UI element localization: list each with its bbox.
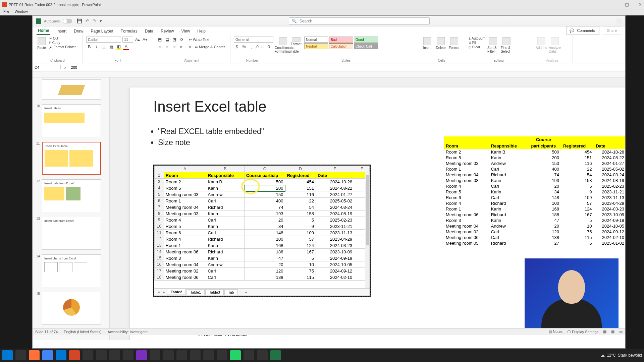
indent-dec-icon[interactable]: ⇤: [179, 44, 185, 50]
taskbar-app[interactable]: [203, 350, 214, 360]
taskbar[interactable]: ☁ 12°C Stark bewölkt: [0, 349, 644, 362]
style-good[interactable]: Good: [354, 37, 378, 43]
orientation-icon[interactable]: ⟳: [179, 37, 185, 43]
taskbar-app[interactable]: [244, 350, 254, 360]
shrink-font-icon[interactable]: A▾: [142, 37, 148, 43]
font-size-combo[interactable]: 11: [122, 37, 133, 43]
tab-home[interactable]: Home: [37, 27, 50, 35]
font-name-combo[interactable]: Calibri: [86, 37, 121, 43]
accessibility-status[interactable]: Accessibility: Investigate: [108, 330, 148, 334]
language-status[interactable]: English (United States): [64, 330, 102, 334]
sheet-nav-next[interactable]: ▸: [162, 290, 166, 294]
tab-review[interactable]: Review: [159, 27, 175, 35]
taskbar-app[interactable]: [123, 350, 133, 360]
menu-file[interactable]: File: [3, 9, 9, 15]
taskbar-app[interactable]: [42, 350, 53, 360]
weather-widget[interactable]: ☁ 12°C Stark bewölkt: [601, 353, 642, 358]
start-button[interactable]: [2, 350, 13, 360]
sheet-tabs[interactable]: ◂ ▸ Table2 Table1 Table3 Tab ⋯ +: [154, 288, 370, 296]
sheet-tab[interactable]: Tab: [224, 289, 238, 295]
style-calculation[interactable]: Calculation: [329, 43, 353, 49]
share-button[interactable]: Share: [603, 26, 621, 35]
fill-color-button[interactable]: ◧: [116, 44, 122, 50]
merge-button[interactable]: ⬌ Merge & Center: [195, 45, 225, 49]
style-bad[interactable]: Bad: [329, 37, 353, 43]
clear-button[interactable]: ◇ Clear: [469, 45, 485, 49]
analyze-data-button[interactable]: Analyze Data: [549, 37, 560, 53]
currency-icon[interactable]: $: [234, 44, 240, 50]
sheet-tab[interactable]: Table3: [205, 289, 223, 295]
slide-canvas[interactable]: Insert Excel table "Real EXCEL table emb…: [110, 77, 625, 340]
undo-icon[interactable]: ↶: [86, 18, 89, 23]
delete-cells-button[interactable]: Delete: [435, 37, 446, 53]
align-top-icon[interactable]: ⬒: [157, 37, 163, 43]
format-as-table-button[interactable]: Format as Table: [291, 37, 302, 53]
tab-help[interactable]: Help: [196, 27, 207, 35]
copy-button[interactable]: ⎘ Copy: [49, 41, 76, 45]
tab-data[interactable]: Data: [144, 27, 155, 35]
style-normal[interactable]: Normal: [304, 37, 328, 43]
taskbar-app[interactable]: [15, 350, 26, 360]
taskbar-app[interactable]: [150, 350, 160, 360]
view-reading-icon[interactable]: ▭: [619, 329, 623, 334]
comma-icon[interactable]: ,: [249, 44, 255, 50]
align-right-icon[interactable]: ≡: [171, 44, 177, 50]
redo-icon[interactable]: ↷: [93, 18, 96, 23]
display-settings-button[interactable]: 🖵 Display Settings: [567, 330, 598, 334]
sort-filter-button[interactable]: Sort & Filter: [487, 37, 499, 53]
percent-icon[interactable]: %: [241, 44, 247, 50]
comments-button[interactable]: 💬 Comments: [567, 26, 599, 35]
taskbar-app[interactable]: [163, 350, 174, 360]
sheet-tab[interactable]: Table2: [167, 289, 186, 295]
fx-icon[interactable]: fx: [61, 65, 69, 69]
taskbar-app[interactable]: [136, 350, 147, 360]
taskbar-powerpoint[interactable]: [69, 350, 80, 360]
font-color-button[interactable]: A: [123, 44, 129, 50]
taskbar-app[interactable]: [230, 350, 241, 360]
taskbar-excel[interactable]: [270, 350, 281, 360]
find-select-button[interactable]: Find & Select: [501, 37, 512, 53]
view-sorter-icon[interactable]: ▦: [611, 329, 614, 334]
cut-button[interactable]: ✂ Cut: [49, 37, 76, 40]
indent-inc-icon[interactable]: ⇥: [186, 44, 192, 50]
name-box[interactable]: C4: [33, 65, 61, 69]
fill-button[interactable]: ⬇ Fill: [469, 41, 485, 45]
embedded-excel-object[interactable]: ABCDEF2RoomResponsibleCourse participReg…: [153, 165, 371, 297]
grow-font-icon[interactable]: A▴: [135, 37, 141, 43]
save-icon[interactable]: 💾: [77, 18, 82, 23]
taskbar-app[interactable]: [176, 350, 187, 360]
taskbar-app[interactable]: [83, 350, 93, 360]
number-format-combo[interactable]: General: [234, 37, 273, 43]
taskbar-app[interactable]: [56, 350, 66, 360]
italic-button[interactable]: I: [94, 44, 100, 50]
tab-formulas[interactable]: Formulas: [119, 27, 139, 35]
wrap-text-button[interactable]: ↩ Wrap Text: [189, 38, 209, 42]
autosave-toggle[interactable]: [63, 19, 72, 23]
sheet-tab[interactable]: Table1: [186, 289, 205, 295]
dec-decimal-icon[interactable]: ←.0: [263, 44, 269, 50]
format-cells-button[interactable]: Format: [448, 37, 460, 53]
add-sheet-icon[interactable]: +: [244, 290, 249, 294]
search-input[interactable]: 🔍 Search: [289, 17, 430, 25]
bold-button[interactable]: B: [86, 44, 92, 50]
taskbar-app[interactable]: [257, 350, 268, 360]
style-neutral[interactable]: Neutral: [304, 43, 328, 49]
align-middle-icon[interactable]: ⬓: [164, 37, 170, 43]
slide-thumbnails[interactable]: 10Insert tables 11Insert Excel table 12I…: [33, 77, 110, 340]
taskbar-app[interactable]: [217, 350, 227, 360]
insert-cells-button[interactable]: Insert: [422, 37, 433, 53]
mic-icon[interactable]: [616, 18, 622, 24]
paste-button[interactable]: Paste: [36, 37, 47, 53]
qat-more-icon[interactable]: ▾: [100, 18, 102, 23]
inc-decimal-icon[interactable]: .0→: [256, 44, 262, 50]
excel-scrollbar[interactable]: [365, 172, 370, 288]
tab-view[interactable]: View: [180, 27, 192, 35]
underline-button[interactable]: U: [101, 44, 107, 50]
addins-button[interactable]: Add-ins: [536, 37, 547, 53]
align-bottom-icon[interactable]: ⬔: [171, 37, 177, 43]
formula-value[interactable]: 200: [69, 65, 79, 69]
tab-pagelayout[interactable]: Page Layout: [89, 27, 114, 35]
taskbar-app[interactable]: [29, 350, 40, 360]
minimize-button[interactable]: —: [611, 2, 615, 7]
excel-grid[interactable]: ABCDEF2RoomResponsibleCourse participReg…: [154, 166, 370, 281]
